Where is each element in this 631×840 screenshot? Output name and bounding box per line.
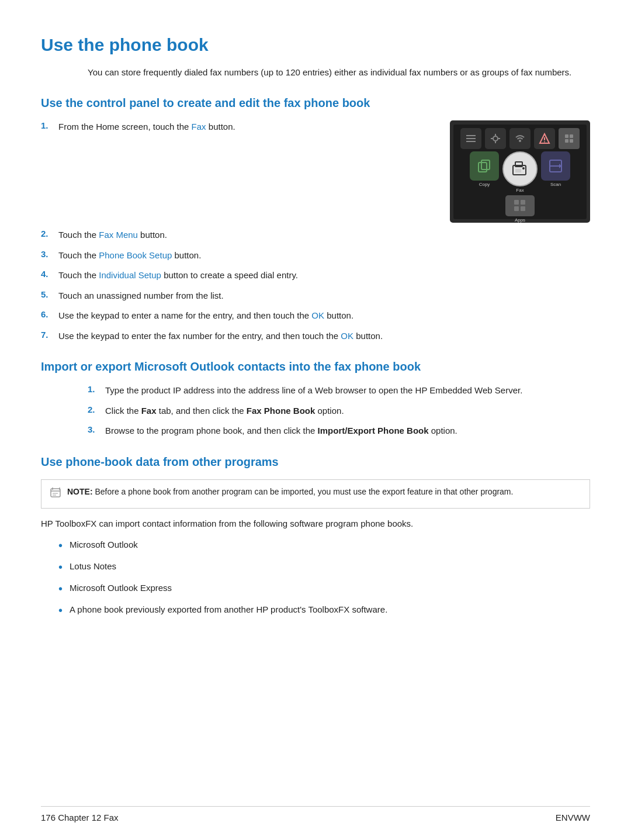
step-2-after: button. [138, 230, 167, 240]
screen-mid-row: Copy Fax [456, 151, 584, 193]
note-text: NOTE: Before a phone book from another p… [67, 486, 513, 498]
import-step-1-text: Type the product IP address into the add… [105, 384, 590, 397]
svg-rect-17 [481, 160, 490, 170]
step-4-number: 4. [41, 269, 58, 279]
step-3-link: Phone Book Setup [99, 250, 172, 260]
svg-point-11 [544, 141, 545, 142]
icon-wifi [509, 128, 531, 149]
bullet-1-text: Microsoft Outlook [70, 538, 138, 552]
step-2-text: Touch the Fax Menu button. [58, 229, 590, 242]
step-2-link: Fax Menu [99, 230, 138, 240]
svg-point-8 [519, 140, 521, 142]
fax-label: Fax [516, 188, 523, 193]
step-6-before: Use the keypad to enter a name for the e… [58, 310, 311, 320]
icon-apps: Apps [505, 195, 535, 223]
wifi-icon [509, 128, 531, 149]
icon-grid [559, 128, 580, 149]
apps-label: Apps [515, 217, 525, 223]
icon-settings [485, 128, 506, 149]
bullet-dot-2: • [58, 558, 63, 576]
svg-rect-0 [466, 135, 476, 136]
warning-icon [534, 128, 555, 149]
grid-icon [559, 128, 580, 149]
bullet-dot-1: • [58, 537, 63, 554]
step-1: 1. From the Home screen, touch the Fax b… [41, 120, 438, 134]
step-3-after: button. [172, 250, 201, 260]
step-4-after: button to create a speed dial entry. [161, 270, 298, 280]
import-step-3-number: 3. [88, 424, 105, 434]
scan-label: Scan [550, 182, 561, 187]
icon-copy: Copy [470, 151, 499, 193]
svg-point-3 [493, 136, 498, 141]
step-3-number: 3. [41, 249, 58, 259]
section-heading-control-panel: Use the control panel to create and edit… [41, 96, 590, 110]
bullet-3-text: Microsoft Outlook Express [70, 582, 172, 595]
step-2-before: Touch the [58, 230, 99, 240]
import-step-3-bold1: Import/Export Phone Book [318, 426, 429, 435]
import-step-3-after: option. [429, 426, 457, 435]
step-7: 7. Use the keypad to enter the fax numbe… [41, 330, 590, 343]
hp-screen: Copy Fax [453, 125, 587, 219]
bullet-4-text: A phone book previously exported from an… [70, 603, 387, 617]
import-step-3-before: Browse to the program phone book, and th… [105, 426, 318, 435]
step-4-link: Individual Setup [99, 270, 161, 280]
step-7-link: OK [341, 331, 353, 341]
step-list-2: 1. Type the product IP address into the … [88, 384, 590, 438]
scan-icon [541, 151, 570, 181]
bullet-2: • Lotus Notes [58, 560, 590, 576]
footer-right: ENVWW [556, 813, 590, 822]
copy-icon [470, 151, 499, 181]
import-step-2-before: Click the [105, 406, 141, 416]
svg-rect-14 [565, 139, 568, 143]
section1-layout: 1. From the Home screen, touch the Fax b… [41, 120, 590, 223]
step-7-text: Use the keypad to enter the fax number f… [58, 330, 590, 343]
import-step-2-number: 2. [88, 405, 105, 414]
bullet-2-text: Lotus Notes [70, 560, 116, 573]
svg-rect-12 [565, 134, 568, 138]
footer-left: 176 Chapter 12 Fax [41, 813, 119, 822]
import-step-3: 3. Browse to the program phone book, and… [88, 424, 590, 438]
svg-rect-29 [51, 489, 60, 497]
step-1-text-before: From the Home screen, touch the [58, 122, 192, 132]
step-6-text: Use the keypad to enter a name for the e… [58, 309, 590, 323]
settings-icon [485, 128, 506, 149]
icon-fax-big: Fax [502, 151, 538, 193]
intro-text: You can store frequently dialed fax numb… [88, 65, 590, 79]
svg-rect-13 [570, 134, 573, 138]
step-4-before: Touch the [58, 270, 99, 280]
step-5: 5. Touch an unassigned number from the l… [41, 289, 590, 303]
step-6-link: OK [311, 310, 324, 320]
import-step-2-bold2: Fax Phone Book [247, 406, 316, 416]
step-list-1: 1. From the Home screen, touch the Fax b… [41, 120, 438, 134]
bullet-1: • Microsoft Outlook [58, 538, 590, 554]
fax-big-icon [502, 151, 538, 186]
screen-bottom-row: Apps [456, 195, 584, 223]
section-heading-import-export: Import or export Microsoft Outlook conta… [41, 360, 590, 374]
svg-rect-26 [521, 200, 525, 205]
steps-column: 1. From the Home screen, touch the Fax b… [41, 120, 438, 141]
copy-label: Copy [479, 182, 490, 187]
step-5-text: Touch an unassigned number from the list… [58, 289, 590, 303]
import-step-3-text: Browse to the program phone book, and th… [105, 424, 590, 438]
step-7-after: button. [353, 331, 383, 341]
section-heading-other-programs: Use phone-book data from other programs [41, 455, 590, 469]
svg-rect-1 [466, 138, 476, 139]
import-step-2-text: Click the Fax tab, and then click the Fa… [105, 405, 590, 418]
svg-rect-27 [514, 206, 519, 211]
step-6-number: 6. [41, 309, 58, 319]
step-6: 6. Use the keypad to enter a name for th… [41, 309, 590, 323]
import-step-2-mid: tab, and then click the [157, 406, 247, 416]
para-text: HP ToolboxFX can import contact informat… [41, 517, 590, 530]
import-step-1-number: 1. [88, 384, 105, 394]
step-list-1-continued: 2. Touch the Fax Menu button. 3. Touch t… [41, 229, 590, 343]
svg-rect-16 [479, 163, 487, 172]
note-label: NOTE: [67, 487, 93, 496]
icon-menu [460, 128, 481, 149]
import-step-2: 2. Click the Fax tab, and then click the… [88, 405, 590, 418]
screen-top-row [456, 128, 584, 149]
icon-scan: Scan [541, 151, 570, 193]
note-icon [50, 486, 63, 502]
section-import-export: Import or export Microsoft Outlook conta… [41, 360, 590, 438]
step-1-link: Fax [192, 122, 206, 132]
svg-rect-2 [466, 141, 476, 142]
